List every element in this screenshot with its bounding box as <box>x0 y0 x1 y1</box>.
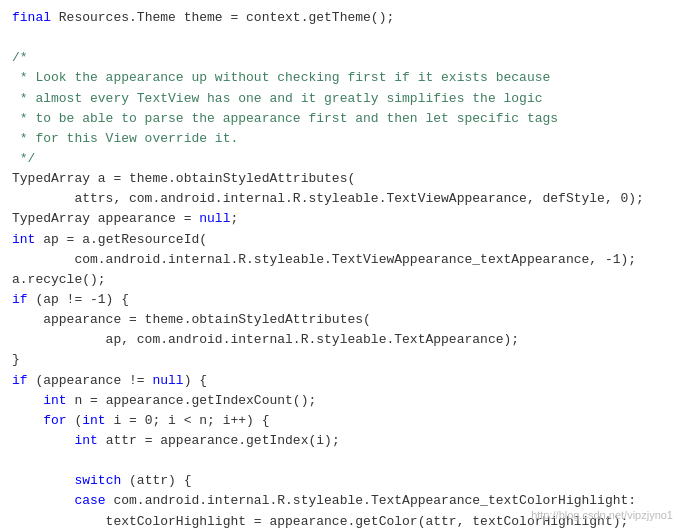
code-block: final Resources.Theme theme = context.ge… <box>12 8 669 532</box>
code-container: final Resources.Theme theme = context.ge… <box>0 0 681 532</box>
watermark: http://blog.csdn.net/vipzjyno1 <box>531 507 673 524</box>
